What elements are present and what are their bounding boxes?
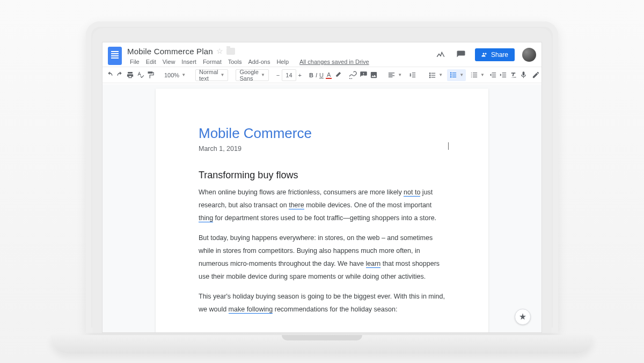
spellcheck-icon[interactable] [136, 69, 144, 81]
docs-app: Mobile Commerce Plan ☆ File Edit View In… [102, 42, 542, 333]
image-icon[interactable] [370, 69, 378, 81]
underline-icon[interactable]: U [319, 69, 324, 81]
doc-paragraph[interactable]: When online buying flows are frictionles… [199, 186, 445, 224]
numbered-list-icon[interactable]: ▼ [468, 69, 487, 81]
svg-point-2 [450, 76, 452, 78]
comments-icon[interactable] [455, 48, 467, 61]
star-icon[interactable]: ☆ [216, 47, 223, 55]
style-dropdown[interactable]: Normal text▼ [195, 69, 228, 81]
activity-icon[interactable] [434, 48, 447, 61]
redo-icon[interactable] [116, 69, 124, 81]
document-page[interactable]: Mobile Commerce March 1, 2019 Transformi… [156, 89, 488, 332]
highlight-icon[interactable] [334, 69, 342, 81]
svg-point-1 [450, 74, 452, 76]
doc-heading-title[interactable]: Mobile Commerce [199, 125, 445, 142]
toolbar: 100%▼ Normal text▼ Google Sans▼ − 14 + B… [103, 67, 541, 83]
link-icon[interactable] [349, 69, 357, 81]
clear-format-icon[interactable] [509, 69, 517, 81]
italic-icon[interactable]: I [316, 69, 317, 81]
menu-bar: File Edit View Insert Format Tools Add-o… [127, 57, 434, 66]
doc-date[interactable]: March 1, 2019 [199, 145, 445, 153]
menu-help[interactable]: Help [274, 57, 291, 66]
account-avatar[interactable] [522, 48, 536, 62]
menu-format[interactable]: Format [200, 57, 224, 66]
document-canvas[interactable]: Mobile Commerce March 1, 2019 Transformi… [103, 84, 541, 332]
print-icon[interactable] [126, 69, 134, 81]
grammar-suggestion[interactable]: there [289, 201, 304, 209]
menu-insert[interactable]: Insert [179, 57, 199, 66]
title-bar: Mobile Commerce Plan ☆ File Edit View In… [103, 42, 541, 67]
text-cursor [448, 142, 449, 150]
bullet-list-icon[interactable]: ▼ [447, 69, 466, 81]
indent-icon[interactable] [499, 69, 507, 81]
zoom-dropdown[interactable]: 100%▼ [162, 69, 188, 81]
menu-addons[interactable]: Add-ons [245, 57, 273, 66]
document-title[interactable]: Mobile Commerce Plan [127, 47, 213, 56]
font-size-input[interactable]: 14 [282, 69, 296, 81]
doc-paragraph[interactable]: This year's holiday buying season is goi… [199, 291, 445, 316]
save-status[interactable]: All changes saved in Drive [297, 57, 372, 66]
grammar-suggestion[interactable]: thing [199, 214, 213, 222]
svg-point-0 [450, 72, 452, 74]
align-dropdown[interactable]: ▼ [385, 69, 404, 81]
editing-mode-dropdown[interactable]: ▼ [530, 69, 542, 81]
explore-button[interactable] [515, 309, 531, 325]
grammar-suggestion[interactable]: learn [366, 260, 381, 268]
font-size-decrease[interactable]: − [276, 69, 280, 81]
docs-logo-icon[interactable] [108, 47, 122, 65]
font-dropdown[interactable]: Google Sans▼ [236, 69, 268, 81]
laptop-base [51, 335, 593, 353]
comment-icon[interactable] [360, 69, 368, 81]
outdent-icon[interactable] [489, 69, 497, 81]
font-size-increase[interactable]: + [298, 69, 302, 81]
line-spacing-dropdown[interactable] [406, 69, 419, 81]
share-label: Share [491, 51, 508, 59]
voice-typing-icon[interactable] [519, 69, 528, 81]
grammar-suggestion[interactable]: not to [404, 188, 420, 197]
menu-edit[interactable]: Edit [143, 57, 159, 66]
paint-format-icon[interactable] [147, 69, 155, 81]
bold-icon[interactable]: B [309, 69, 313, 81]
checklist-icon[interactable]: ▼ [426, 69, 445, 81]
undo-icon[interactable] [106, 69, 114, 81]
doc-paragraph[interactable]: But today, buying happens everywhere: in… [199, 232, 445, 283]
folder-icon[interactable] [226, 48, 235, 55]
share-button[interactable]: Share [475, 48, 515, 61]
doc-heading-2[interactable]: Transforming buy flows [199, 170, 445, 181]
text-color-icon[interactable]: A [326, 69, 332, 81]
menu-file[interactable]: File [127, 57, 142, 66]
grammar-suggestion[interactable]: make following [229, 306, 273, 314]
menu-view[interactable]: View [160, 57, 178, 66]
menu-tools[interactable]: Tools [225, 57, 245, 66]
